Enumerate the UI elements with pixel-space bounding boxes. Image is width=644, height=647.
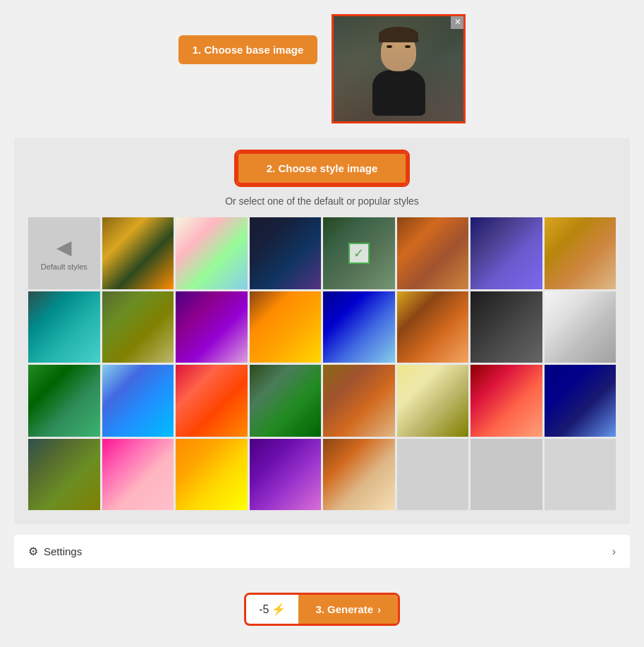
style-image-14[interactable] bbox=[470, 291, 542, 363]
style-image-4[interactable]: ✓ bbox=[323, 217, 395, 289]
generate-button[interactable]: 3. Generate › bbox=[298, 595, 397, 624]
style-image-8[interactable] bbox=[28, 291, 100, 363]
generate-chevron-icon: › bbox=[377, 604, 381, 615]
style-image-23[interactable] bbox=[545, 365, 616, 437]
style-art-11 bbox=[250, 291, 322, 363]
style-image-11[interactable] bbox=[250, 291, 322, 363]
style-art-5 bbox=[397, 217, 469, 289]
checkmark-icon: ✓ bbox=[348, 243, 370, 264]
base-image-preview bbox=[334, 16, 463, 121]
style-image-31[interactable] bbox=[545, 439, 616, 511]
style-art-27 bbox=[250, 439, 322, 511]
selected-overlay-4: ✓ bbox=[323, 217, 395, 289]
close-base-image-button[interactable]: ✕ bbox=[451, 15, 465, 29]
choose-base-button[interactable]: 1. Choose base image bbox=[178, 35, 318, 64]
bottom-bar: -5 ⚡ 3. Generate › bbox=[0, 579, 644, 640]
style-image-2[interactable] bbox=[176, 217, 248, 289]
style-art-22 bbox=[470, 365, 542, 437]
base-image-container: ✕ bbox=[332, 14, 466, 123]
style-image-3[interactable] bbox=[250, 217, 322, 289]
generate-bar: -5 ⚡ 3. Generate › bbox=[244, 593, 400, 626]
style-art-10 bbox=[176, 291, 248, 363]
style-image-21[interactable] bbox=[397, 365, 469, 437]
style-image-25[interactable] bbox=[102, 439, 174, 511]
style-image-7[interactable] bbox=[545, 217, 616, 289]
style-image-13[interactable] bbox=[397, 291, 469, 363]
settings-chevron-icon: › bbox=[612, 545, 616, 558]
style-image-12[interactable] bbox=[323, 291, 395, 363]
style-art-20 bbox=[323, 365, 395, 437]
settings-bar[interactable]: ⚙ Settings › bbox=[14, 535, 630, 568]
style-image-9[interactable] bbox=[102, 291, 174, 363]
style-image-10[interactable] bbox=[176, 291, 248, 363]
style-image-6[interactable] bbox=[470, 217, 542, 289]
style-art-17 bbox=[102, 365, 174, 437]
style-art-26 bbox=[176, 439, 248, 511]
style-art-2 bbox=[176, 217, 248, 289]
style-art-19 bbox=[250, 365, 322, 437]
style-art-14 bbox=[470, 291, 542, 363]
style-hint: Or select one of the default or popular … bbox=[28, 195, 616, 207]
style-image-18[interactable] bbox=[176, 365, 248, 437]
style-image-1[interactable] bbox=[102, 217, 174, 289]
lightning-icon: ⚡ bbox=[272, 603, 286, 616]
style-image-17[interactable] bbox=[102, 365, 174, 437]
back-arrow-icon: ◀ bbox=[56, 236, 72, 259]
style-art-23 bbox=[545, 365, 616, 437]
style-art-12 bbox=[323, 291, 395, 363]
style-image-27[interactable] bbox=[250, 439, 322, 511]
style-image-24[interactable] bbox=[28, 439, 100, 511]
style-image-grid: ◀ Default styles ✓ bbox=[28, 217, 616, 510]
default-styles-item[interactable]: ◀ Default styles bbox=[28, 217, 100, 289]
default-styles-label: Default styles bbox=[41, 262, 87, 271]
style-art-24 bbox=[28, 439, 100, 511]
style-art-8 bbox=[28, 291, 100, 363]
style-image-22[interactable] bbox=[470, 365, 542, 437]
style-art-18 bbox=[176, 365, 248, 437]
credits-section: -5 ⚡ bbox=[246, 595, 298, 623]
style-image-29[interactable] bbox=[397, 439, 469, 511]
style-image-28[interactable] bbox=[323, 439, 395, 511]
style-art-1 bbox=[102, 217, 174, 289]
style-image-26[interactable] bbox=[176, 439, 248, 511]
style-art-9 bbox=[102, 291, 174, 363]
style-image-5[interactable] bbox=[397, 217, 469, 289]
style-image-19[interactable] bbox=[250, 365, 322, 437]
style-art-6 bbox=[470, 217, 542, 289]
choose-style-button[interactable]: 2. Choose style image bbox=[236, 152, 408, 185]
style-image-20[interactable] bbox=[323, 365, 395, 437]
settings-label: Settings bbox=[44, 545, 82, 557]
credits-value: -5 bbox=[259, 603, 269, 616]
style-art-15 bbox=[545, 291, 616, 363]
style-art-25 bbox=[102, 439, 174, 511]
top-section: 1. Choose base image ✕ bbox=[0, 0, 644, 138]
style-art-21 bbox=[397, 365, 469, 437]
choose-style-wrapper: 2. Choose style image bbox=[28, 152, 616, 185]
style-image-15[interactable] bbox=[545, 291, 616, 363]
style-image-30[interactable] bbox=[470, 439, 542, 511]
style-art-28 bbox=[323, 439, 395, 511]
style-art-13 bbox=[397, 291, 469, 363]
style-art-7 bbox=[545, 217, 616, 289]
style-section: 2. Choose style image Or select one of t… bbox=[14, 138, 630, 524]
style-art-3 bbox=[250, 217, 322, 289]
style-art-16 bbox=[28, 365, 100, 437]
generate-label: 3. Generate bbox=[315, 603, 373, 615]
settings-left: ⚙ Settings bbox=[28, 545, 82, 558]
gear-icon: ⚙ bbox=[28, 545, 38, 558]
style-image-16[interactable] bbox=[28, 365, 100, 437]
